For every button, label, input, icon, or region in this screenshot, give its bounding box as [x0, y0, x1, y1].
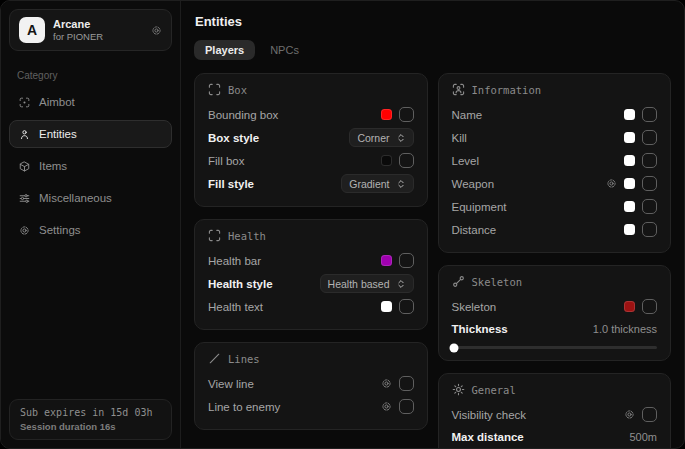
checkbox[interactable]: [399, 299, 414, 314]
row-label: Name: [452, 109, 483, 121]
scan-icon: [452, 83, 465, 96]
color-swatch[interactable]: [624, 201, 635, 212]
checkbox[interactable]: [399, 253, 414, 268]
sidebar-item-miscellaneous[interactable]: Miscellaneous: [9, 184, 172, 212]
card-skeleton: SkeletonSkeletonThickness1.0 thickness: [438, 265, 672, 361]
sub-expiry-text: Sub expires in 15d 03h: [20, 407, 161, 418]
checkbox[interactable]: [642, 107, 657, 122]
row-view-line: View line: [208, 372, 414, 395]
row-health-bar: Health bar: [208, 249, 414, 272]
slider[interactable]: [452, 346, 658, 349]
sidebar-item-label: Aimbot: [39, 96, 75, 108]
color-swatch[interactable]: [624, 224, 635, 235]
tab-players[interactable]: Players: [194, 40, 255, 60]
color-swatch[interactable]: [624, 178, 635, 189]
entities-icon: [19, 129, 30, 140]
card-header: Skeleton: [452, 275, 658, 288]
cube-icon: [19, 161, 30, 172]
unfold-icon: [396, 279, 406, 289]
row-box-style: Box styleCorner: [208, 126, 414, 149]
color-swatch[interactable]: [381, 109, 392, 120]
checkbox[interactable]: [399, 399, 414, 414]
card-header: Health: [208, 229, 414, 242]
card-header: Information: [452, 83, 658, 96]
color-swatch[interactable]: [624, 301, 635, 312]
row-equipment: Equipment: [452, 195, 658, 218]
row-health-text: Health text: [208, 295, 414, 318]
row-weapon: Weapon: [452, 172, 658, 195]
row-label: Fill style: [208, 178, 254, 190]
card-lines: LinesView lineLine to enemy: [194, 342, 428, 430]
line-icon: [208, 352, 221, 365]
row-controls: [606, 176, 657, 191]
checkbox[interactable]: [642, 222, 657, 237]
row-skeleton: Skeleton: [452, 295, 658, 318]
row-bounding-box: Bounding box: [208, 103, 414, 126]
dropdown-health-style[interactable]: Health based: [320, 274, 414, 293]
checkbox[interactable]: [642, 199, 657, 214]
gear-icon[interactable]: [381, 401, 392, 412]
sidebar-item-entities[interactable]: Entities: [9, 120, 172, 148]
slider-value: 500m: [629, 431, 657, 443]
row-controls: [381, 399, 414, 414]
sidebar-item-label: Items: [39, 160, 67, 172]
card-header: Box: [208, 83, 414, 96]
color-swatch[interactable]: [381, 255, 392, 266]
color-swatch[interactable]: [624, 155, 635, 166]
checkbox[interactable]: [642, 407, 657, 422]
card-title: Information: [472, 84, 542, 96]
brackets-icon: [208, 229, 221, 242]
gear-icon[interactable]: [151, 25, 162, 36]
row-health-style: Health styleHealth based: [208, 272, 414, 295]
row-distance: Distance: [452, 218, 658, 241]
tab-npcs[interactable]: NPCs: [259, 40, 310, 60]
row-fill-style: Fill styleGradient: [208, 172, 414, 195]
gear-icon[interactable]: [606, 178, 617, 189]
color-swatch[interactable]: [381, 155, 392, 166]
row-name: Name: [452, 103, 658, 126]
row-controls: Health based: [320, 274, 414, 293]
card-title: Lines: [228, 353, 260, 365]
unfold-icon: [396, 179, 406, 189]
gear-icon[interactable]: [624, 409, 635, 420]
row-controls: [381, 153, 414, 168]
row-label: Box style: [208, 132, 259, 144]
sidebar-item-settings[interactable]: Settings: [9, 216, 172, 244]
row-controls: Gradient: [341, 174, 413, 193]
sun-icon: [452, 383, 465, 396]
card-columns: BoxBounding boxBox styleCornerFill boxFi…: [194, 73, 671, 449]
brand-text: Arcane for PIONER: [53, 18, 103, 42]
dropdown-value: Corner: [357, 132, 389, 144]
checkbox[interactable]: [642, 130, 657, 145]
card-title: Box: [228, 84, 247, 96]
checkbox[interactable]: [642, 176, 657, 191]
row-label: Max distance: [452, 431, 524, 443]
color-swatch[interactable]: [381, 301, 392, 312]
sidebar-item-aimbot[interactable]: Aimbot: [9, 88, 172, 116]
gear-icon[interactable]: [381, 378, 392, 389]
dropdown-box-style[interactable]: Corner: [349, 128, 413, 147]
checkbox[interactable]: [642, 153, 657, 168]
row-label: View line: [208, 378, 254, 390]
bone-icon: [452, 275, 465, 288]
checkbox[interactable]: [642, 299, 657, 314]
row-label: Thickness: [452, 323, 508, 335]
checkbox[interactable]: [399, 376, 414, 391]
right-column: InformationNameKillLevelWeaponEquipmentD…: [438, 73, 672, 449]
row-controls: [381, 107, 414, 122]
color-swatch[interactable]: [624, 132, 635, 143]
card-general: GeneralVisibility checkMax distance500m: [438, 373, 672, 449]
sidebar-item-items[interactable]: Items: [9, 152, 172, 180]
dropdown-fill-style[interactable]: Gradient: [341, 174, 413, 193]
card-header: Lines: [208, 352, 414, 365]
slider-handle[interactable]: [449, 343, 458, 352]
left-column: BoxBounding boxBox styleCornerFill boxFi…: [194, 73, 428, 430]
card-title: Health: [228, 230, 266, 242]
row-label: Health style: [208, 278, 273, 290]
row-controls: Corner: [349, 128, 413, 147]
color-swatch[interactable]: [624, 109, 635, 120]
checkbox[interactable]: [399, 107, 414, 122]
checkbox[interactable]: [399, 153, 414, 168]
card-box: BoxBounding boxBox styleCornerFill boxFi…: [194, 73, 428, 207]
dropdown-value: Gradient: [349, 178, 389, 190]
